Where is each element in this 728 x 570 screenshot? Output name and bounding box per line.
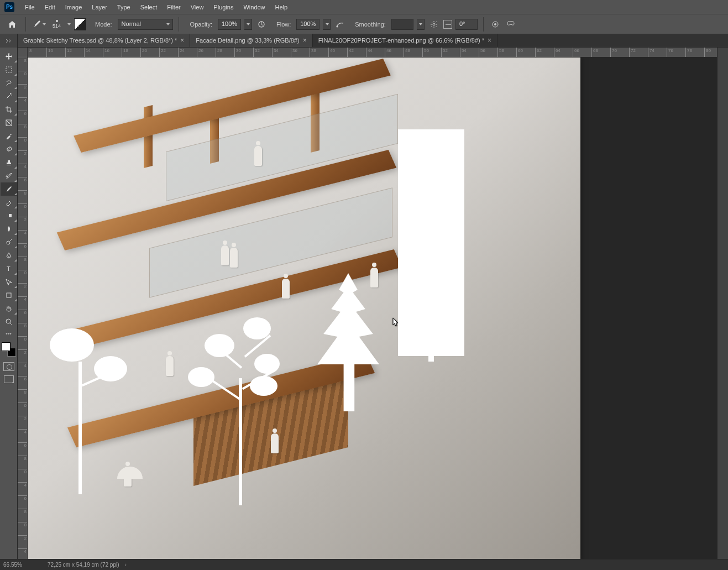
opacity-dropdown[interactable] (244, 19, 252, 30)
heal-icon (5, 145, 13, 153)
menu-filter[interactable]: Filter (162, 2, 185, 13)
eraser-tool[interactable] (1, 196, 17, 209)
shape-tool[interactable] (1, 289, 17, 302)
frame-tool[interactable] (1, 116, 17, 129)
brush-icon (5, 185, 13, 193)
ruler-horizontal[interactable]: 8101214161820222426283032343638404244464… (28, 48, 717, 57)
foreground-color[interactable] (2, 342, 11, 351)
chevron-down-icon (43, 23, 46, 25)
quickmask-toggle[interactable] (3, 362, 14, 371)
heal-tool[interactable] (1, 143, 17, 156)
pressure-icon (257, 20, 266, 29)
lasso-tool[interactable] (1, 76, 17, 90)
canvas[interactable] (28, 57, 580, 559)
pressure-opacity-toggle[interactable] (255, 18, 268, 30)
type-tool[interactable]: T (1, 262, 17, 275)
flow-input[interactable]: 100% (296, 19, 320, 30)
zoom-level[interactable]: 66.55% (3, 562, 36, 568)
crop-tool[interactable] (1, 103, 17, 116)
document-info[interactable]: 72,25 cm x 54,19 cm (72 ppi) (42, 562, 119, 568)
menu-file[interactable]: File (20, 2, 40, 13)
double-chevron-icon (6, 39, 12, 43)
chevron-down-icon[interactable] (67, 23, 71, 25)
gradient-tool[interactable] (1, 209, 17, 222)
menu-image[interactable]: Image (60, 2, 87, 13)
svg-text:T: T (7, 265, 11, 272)
separator (483, 17, 484, 32)
history-brush-tool[interactable] (1, 169, 17, 182)
menu-edit[interactable]: Edit (40, 2, 60, 13)
tab-document-2[interactable]: Facade Detail.png @ 33,3% (RGB/8#) × (190, 34, 312, 47)
menu-type[interactable]: Type (112, 2, 135, 13)
chevron-down-icon (247, 23, 250, 25)
menu-view[interactable]: View (186, 2, 209, 13)
brush-tool-icon[interactable] (32, 18, 47, 31)
opacity-input[interactable]: 100% (218, 19, 241, 30)
shape-icon (5, 291, 13, 299)
tab-document-3[interactable]: FINAL20OF20PROJECT-enhanced.png @ 66,6% … (313, 34, 497, 47)
right-panel-dock[interactable] (717, 48, 728, 559)
close-icon[interactable]: × (488, 36, 491, 44)
tab-document-1[interactable]: Graphic Sketchy Trees.psd @ 48,8% (Layer… (18, 34, 190, 47)
chevron-right-icon[interactable]: › (125, 562, 127, 568)
menu-bar: Ps File Edit Image Layer Type Select Fil… (0, 0, 728, 14)
svg-point-1 (337, 25, 338, 27)
wand-tool[interactable] (1, 90, 17, 103)
path-tool[interactable] (1, 275, 17, 289)
flow-label: Flow: (276, 21, 291, 28)
status-bar: 66.55% 72,25 cm x 54,19 cm (72 ppi) › (0, 559, 728, 570)
eraser-icon (5, 198, 13, 206)
zoom-tool[interactable] (1, 315, 17, 328)
menu-window[interactable]: Window (238, 2, 270, 13)
angle-icon[interactable] (443, 20, 452, 29)
pen-tool[interactable] (1, 249, 17, 262)
separator (179, 17, 179, 32)
crop-icon (5, 106, 13, 113)
tab-label: Facade Detail.png @ 33,3% (RGB/8#) (196, 37, 299, 44)
canvas-viewport[interactable] (28, 57, 717, 559)
menu-help[interactable]: Help (270, 2, 293, 13)
smoothing-options[interactable] (428, 18, 440, 30)
brush-size-preset[interactable]: 514 (50, 20, 63, 29)
hand-tool[interactable] (1, 302, 17, 315)
svg-rect-14 (7, 293, 11, 297)
svg-point-4 (494, 23, 496, 25)
menu-layer[interactable]: Layer (87, 2, 112, 13)
wand-icon (5, 92, 13, 100)
edit-toolbar[interactable]: ••• (6, 328, 12, 339)
brush-panel-toggle[interactable] (74, 18, 86, 30)
menu-plugins[interactable]: Plugins (208, 2, 238, 13)
tab-arrange-button[interactable] (0, 34, 18, 48)
screenmode-toggle[interactable] (4, 375, 14, 383)
smoothing-input[interactable] (391, 19, 413, 30)
svg-point-15 (6, 319, 11, 323)
flow-dropdown[interactable] (323, 19, 331, 30)
brush-tool[interactable] (1, 182, 17, 196)
close-icon[interactable]: × (303, 36, 307, 44)
color-swatches[interactable] (2, 342, 16, 357)
eyedropper-icon (5, 132, 13, 140)
opacity-label: Opacity: (190, 21, 212, 28)
move-tool[interactable] (1, 50, 17, 63)
blur-tool[interactable] (1, 222, 17, 236)
smoothing-dropdown[interactable] (417, 19, 425, 30)
pressure-size-toggle[interactable] (489, 18, 501, 30)
move-icon (5, 53, 13, 60)
ruler-origin[interactable] (18, 48, 28, 57)
close-icon[interactable]: × (180, 36, 184, 44)
ruler-vertical[interactable]: 80246802468024680246802468024680468024 (18, 57, 28, 559)
eyedropper-tool[interactable] (1, 129, 17, 143)
cursor-icon (392, 317, 399, 327)
clone-tool[interactable] (1, 156, 17, 169)
svg-point-12 (7, 241, 10, 244)
frame-icon (5, 119, 13, 127)
menu-select[interactable]: Select (135, 2, 163, 13)
marquee-tool[interactable] (1, 63, 17, 76)
mode-select[interactable]: Normal (118, 19, 173, 30)
airbrush-toggle[interactable] (334, 18, 346, 30)
home-button[interactable] (4, 18, 20, 31)
angle-input[interactable]: 0° (455, 19, 478, 30)
dodge-tool[interactable] (1, 236, 17, 249)
brush-dot-icon (56, 20, 58, 22)
symmetry-toggle[interactable] (505, 18, 517, 30)
